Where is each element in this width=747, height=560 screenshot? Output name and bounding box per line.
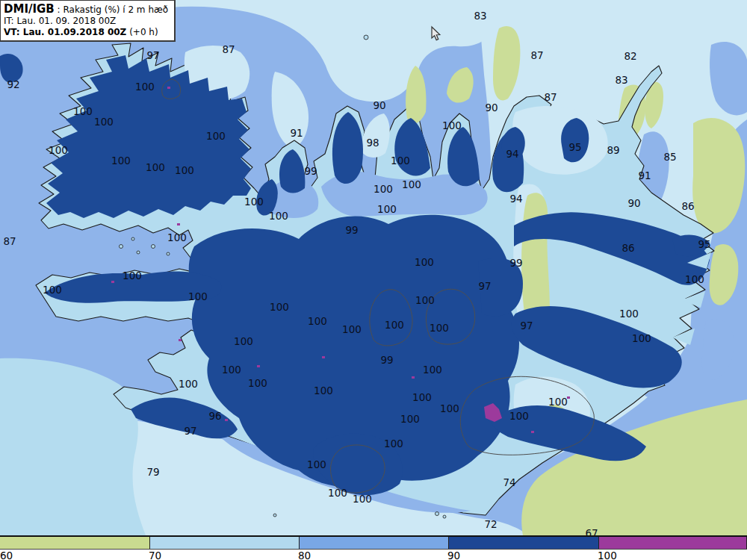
humidity-value-label: 72 — [484, 518, 497, 530]
humidity-value-label: 100 — [123, 270, 142, 281]
humidity-value-label: 100 — [384, 438, 403, 449]
humidity-value-label: 87 — [530, 49, 543, 61]
humidity-value-label: 100 — [244, 196, 264, 208]
humidity-value-label: 87 — [544, 91, 557, 103]
humidity-value-label: 91 — [638, 169, 651, 181]
legend-tick-100: 100 — [598, 550, 617, 560]
humidity-value-label: 100 — [175, 164, 194, 176]
humidity-value-label: 100 — [308, 315, 327, 327]
legend-tick-80: 80 — [298, 550, 311, 560]
legend-segment-70 — [150, 537, 300, 549]
humidity-value-label: 100 — [307, 458, 326, 470]
humidity-value-label: 100 — [146, 161, 165, 173]
humidity-value-label: 100 — [234, 335, 253, 347]
humidity-value-label: 100 — [415, 294, 435, 306]
humidity-value-label: 100 — [400, 413, 420, 425]
weather-map-screenshot: 8387978782839210087909010010010091100989… — [0, 0, 747, 560]
humidity-value-label: 79 — [146, 466, 159, 478]
legend-segment-80 — [300, 537, 449, 549]
humidity-value-label: 100 — [73, 105, 93, 117]
humidity-value-label: 89 — [607, 144, 619, 156]
parameter-label: : Rakastig (%) í 2 m hæð — [58, 4, 169, 15]
humidity-value-label: 100 — [632, 332, 651, 344]
humidity-value-label: 100 — [402, 178, 421, 190]
map-title-line: DMI/IGB : Rakastig (%) í 2 m hæð — [4, 2, 168, 16]
humidity-value-label: 100 — [415, 256, 434, 268]
humidity-value-label: 100 — [328, 487, 347, 499]
humidity-value-label: 97 — [146, 49, 159, 61]
humidity-value-label: 83 — [474, 10, 486, 22]
humidity-value-label: 100 — [353, 493, 372, 505]
humidity-value-label: 90 — [627, 197, 640, 209]
humidity-value-label: 85 — [663, 151, 676, 163]
humidity-value-label: 92 — [7, 78, 19, 90]
humidity-value-label: 94 — [509, 193, 522, 205]
humidity-value-label: 99 — [345, 224, 358, 236]
humidity-value-label: 100 — [548, 396, 568, 408]
source-label: DMI/IGB — [4, 2, 55, 16]
legend-color-bar — [0, 537, 747, 550]
humidity-value-label: 96 — [208, 410, 221, 422]
humidity-value-label: 100 — [269, 210, 288, 222]
humidity-value-label: 95 — [698, 238, 710, 250]
humidity-value-label: 100 — [314, 385, 333, 396]
humidity-value-label: 97 — [184, 425, 196, 437]
humidity-value-label: 91 — [290, 127, 303, 139]
title-box: DMI/IGB : Rakastig (%) í 2 m hæð IT: Lau… — [0, 0, 176, 42]
humidity-value-label: 86 — [622, 242, 634, 254]
humidity-value-label: 74 — [503, 476, 515, 488]
humidity-value-label: 100 — [509, 410, 529, 422]
humidity-value-label: 100 — [374, 183, 393, 195]
humidity-value-label: 100 — [423, 364, 442, 376]
humidity-value-label: 100 — [442, 119, 462, 131]
legend-tick-60: 60 — [0, 550, 13, 560]
humidity-value-label: 97 — [520, 320, 533, 332]
humidity-value-label: 99 — [509, 257, 522, 269]
humidity-value-label: 100 — [685, 273, 704, 285]
humidity-value-label: 100 — [206, 130, 226, 142]
legend-segment-100 — [599, 537, 747, 549]
humidity-value-label: 83 — [615, 74, 627, 86]
legend-tick-70: 70 — [149, 550, 161, 560]
humidity-value-label: 100 — [412, 391, 432, 403]
humidity-value-label: 100 — [391, 155, 410, 167]
legend-tick-90: 90 — [447, 550, 460, 560]
humidity-value-label: 100 — [179, 378, 198, 390]
humidity-value-label: 100 — [94, 116, 114, 128]
color-scale-legend: 60708090100 — [0, 535, 747, 560]
humidity-value-label: 100 — [188, 290, 208, 302]
humidity-value-label: 90 — [373, 99, 385, 111]
humidity-value-label: 100 — [111, 155, 131, 167]
humidity-value-label: 100 — [430, 322, 449, 334]
humidity-value-label: 90 — [485, 102, 498, 113]
valid-time-label: VT: Lau. 01.09.2018 00Z (+0 h) — [4, 27, 168, 38]
humidity-value-label: 99 — [304, 165, 317, 177]
humidity-value-label: 100 — [377, 203, 397, 215]
humidity-value-label: 87 — [3, 235, 16, 247]
humidity-value-label: 100 — [619, 308, 639, 320]
humidity-value-label: 100 — [43, 284, 62, 296]
humidity-map-canvas: 8387978782839210087909010010010091100989… — [0, 0, 747, 560]
humidity-value-label: 82 — [624, 50, 636, 62]
humidity-value-label: 100 — [440, 402, 459, 414]
humidity-value-label: 97 — [478, 280, 491, 292]
init-time-label: IT: Lau. 01. 09. 2018 00Z — [4, 16, 168, 27]
humidity-value-label: 100 — [270, 301, 289, 313]
legend-tick-labels: 60708090100 — [0, 550, 747, 560]
humidity-value-label: 100 — [135, 81, 155, 93]
humidity-value-label: 95 — [568, 141, 581, 153]
humidity-value-label: 100 — [248, 377, 267, 389]
humidity-value-label: 100 — [385, 319, 404, 331]
legend-segment-90 — [449, 537, 599, 549]
humidity-value-label: 87 — [222, 43, 235, 55]
humidity-value-label: 99 — [380, 354, 393, 366]
humidity-value-label: 98 — [366, 137, 379, 149]
humidity-value-label: 100 — [167, 231, 187, 243]
humidity-value-label: 94 — [506, 148, 518, 160]
legend-segment-60 — [0, 537, 150, 549]
humidity-value-label: 100 — [342, 323, 362, 335]
humidity-value-label: 86 — [681, 200, 694, 212]
humidity-value-label: 100 — [49, 144, 68, 156]
humidity-value-label: 100 — [222, 364, 241, 376]
